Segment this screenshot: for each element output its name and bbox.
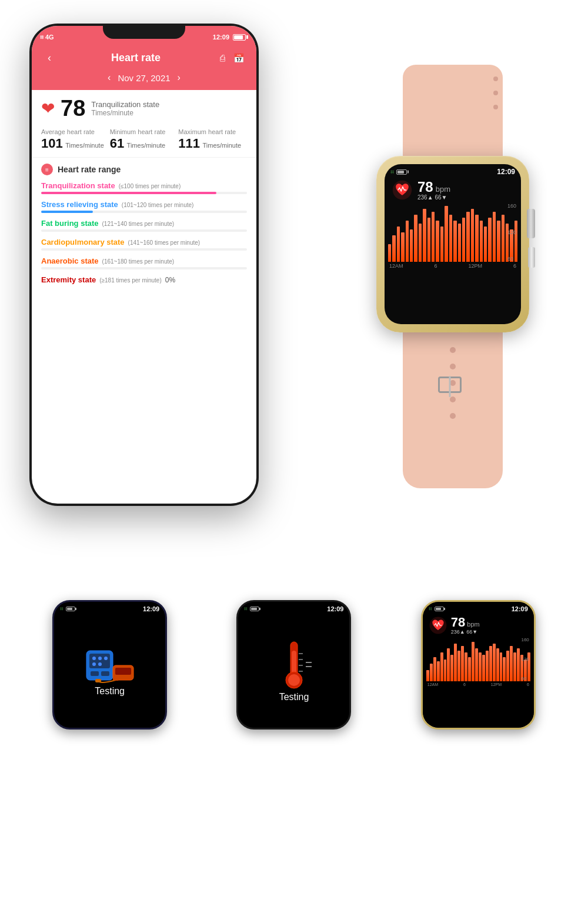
tranq-desc: (≤100 times per minute) <box>119 183 181 189</box>
prev-date-button[interactable]: ‹ <box>108 72 111 83</box>
share-button[interactable]: ⎙ <box>214 53 230 63</box>
next-date-button[interactable]: › <box>178 72 181 83</box>
cardio-bar-bg <box>41 248 247 251</box>
chart-labels: 160 120 60 <box>507 203 516 262</box>
chart-bar <box>484 226 487 262</box>
sw-chart-bar <box>503 657 506 681</box>
heart-icon: ❤ <box>41 99 55 118</box>
small-watch-1: ⌗ 12:09 <box>52 600 167 730</box>
watch-hr-sub: 236▲ 66▼ <box>417 194 450 201</box>
phone-screen: ⌗ 4G 12:09 ‹ Heart rate ⎙ 📅 ‹ <box>32 26 256 504</box>
sw-label-1: Testing <box>95 686 125 697</box>
chart-bar <box>453 221 456 262</box>
time-label-12pm: 12PM <box>468 263 482 269</box>
chart-label-high: 160 <box>507 203 516 209</box>
sw-heart-svg-3 <box>429 616 447 635</box>
sw-hr-right-3: 78 bpm 236▲ 66▼ <box>451 616 480 635</box>
time-label-12am: 12AM <box>389 263 403 269</box>
strap-hole <box>493 76 498 81</box>
sw-chart-3: 160 120 60 12AM 6 12PM 6 <box>423 637 534 696</box>
strap-holes-top <box>493 76 498 109</box>
sw-chart-bar <box>472 642 475 682</box>
strap-bottom <box>403 329 503 488</box>
chart-bar <box>493 212 496 262</box>
sw-chart-bar <box>500 652 503 681</box>
calendar-button[interactable]: 📅 <box>230 53 247 64</box>
sw-label-2: Testing <box>279 692 309 702</box>
min-label: Minimum heart rate <box>110 128 179 136</box>
svg-rect-9 <box>101 671 109 676</box>
chart-bar <box>480 221 483 262</box>
range-section: ≡ Heart rate range Tranquilization state… <box>32 158 256 296</box>
sw-chart-bar <box>510 646 513 681</box>
sw-chart-bar <box>482 655 485 681</box>
strap-hole <box>493 105 498 109</box>
sw-chart-bar <box>426 670 429 681</box>
status-right: 12:09 <box>213 34 246 41</box>
chart-bar <box>419 224 422 262</box>
watch-crown-silver[interactable] <box>528 247 535 268</box>
chart-bar <box>406 221 409 262</box>
chart-bar <box>436 221 439 262</box>
sw-chart-bar <box>489 646 492 681</box>
sw-body-1: ⌗ 12:09 <box>52 600 167 730</box>
sw-body-2: ⌗ 12:09 <box>236 600 351 730</box>
sw-screen-2: ⌗ 12:09 <box>238 602 349 728</box>
sw-chart-bar <box>465 652 467 681</box>
back-button[interactable]: ‹ <box>41 52 58 64</box>
svg-point-3 <box>92 657 96 660</box>
strap-bottom-hole <box>450 413 456 419</box>
watch-status-left: ⌗ <box>390 168 407 176</box>
sw-chart-bar <box>437 661 440 681</box>
sw-chart-bar <box>447 648 450 681</box>
max-label: Maximum heart rate <box>178 128 247 136</box>
sw-hr-unit-3: bpm <box>467 621 479 628</box>
sw-wifi-icon-2: ⌗ <box>244 605 248 612</box>
battery-icon <box>233 34 246 41</box>
watch-crown[interactable] <box>527 209 535 238</box>
current-date: Nov 27, 2021 <box>118 73 170 83</box>
range-item-fat: Fat buring state (121~140 times per minu… <box>41 219 247 232</box>
range-icon: ≡ <box>41 164 53 175</box>
chart-bar <box>445 206 447 262</box>
max-unit: Times/minute <box>203 142 242 149</box>
sw-label-120: 120 <box>521 657 529 662</box>
sw-chart-bar <box>468 657 471 681</box>
thermometer-icon <box>273 639 315 692</box>
time-label-6b: 6 <box>513 263 516 269</box>
sw-chart-bar <box>430 664 433 681</box>
svg-point-7 <box>98 662 102 666</box>
sw-chart-labels-3: 160 120 60 <box>521 637 529 681</box>
sw-hr-display-3: 78 bpm 236▲ 66▼ <box>423 614 534 637</box>
watch-time: 12:09 <box>497 168 515 176</box>
svg-rect-8 <box>91 671 99 676</box>
chart-bar <box>427 218 430 262</box>
max-stat: Maximum heart rate 111 Times/minute <box>178 128 247 151</box>
sw-status-left-2: ⌗ <box>244 605 259 612</box>
sw-chart-bar <box>454 644 457 681</box>
min-stat: Minimum heart rate 61 Times/minute <box>110 128 179 151</box>
sw-battery-fill-3 <box>436 608 441 610</box>
smartwatch: ⌗ 12:09 78 <box>335 65 570 488</box>
sw-chart-bar <box>493 644 496 681</box>
chart-bar <box>414 215 417 262</box>
sw-screen-3: ⌗ 12:09 78 <box>423 602 534 728</box>
max-value: 111 <box>178 136 200 151</box>
chart-bar <box>397 226 400 262</box>
watch-hr-right: 78 bpm 236▲ 66▼ <box>417 180 450 201</box>
fat-name: Fat buring state <box>41 219 99 228</box>
cardio-name: Cardiopulmonary state <box>41 238 125 247</box>
sw-wifi-icon-1: ⌗ <box>60 605 64 612</box>
chart-bar <box>432 212 435 262</box>
range-item-anaerobic: Anaerobic state (161~180 times per minut… <box>41 257 247 269</box>
sw-status-left-3: ⌗ <box>429 605 444 612</box>
sw-chart-bar <box>496 648 499 681</box>
sw-battery-1 <box>66 607 75 611</box>
status-left: ⌗ 4G <box>40 34 54 41</box>
watch-buckle <box>438 377 467 394</box>
chart-bar <box>462 218 465 262</box>
sw-wifi-icon-3: ⌗ <box>429 605 432 612</box>
watch-status-bar: ⌗ 12:09 <box>385 164 521 177</box>
anaerobic-desc: (161~180 times per minute) <box>102 258 175 265</box>
sw-chart-bar <box>517 648 520 681</box>
